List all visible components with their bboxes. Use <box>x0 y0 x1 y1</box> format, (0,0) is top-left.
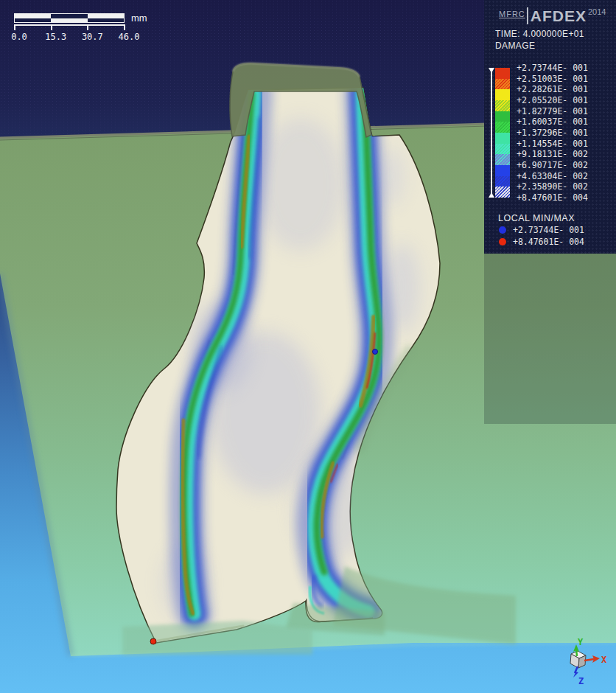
legend-value: +1.82779E- 001 <box>517 106 588 117</box>
scale-tick-label: 15.3 <box>45 32 66 42</box>
scale-tick-label: 30.7 <box>82 32 103 42</box>
legend-value: +2.73744E- 001 <box>517 63 588 74</box>
brand-mfrc: MFRC <box>499 10 525 18</box>
legend-value: +1.37296E- 001 <box>517 128 588 139</box>
legend-min-arrow-icon <box>489 192 494 198</box>
legend-swatch <box>495 68 510 79</box>
z-axis-label: Z <box>578 676 584 686</box>
scale-bar-checker <box>14 13 125 23</box>
legend-value: +9.18131E- 002 <box>517 149 588 160</box>
legend-swatch <box>495 100 510 111</box>
legend-max-arrow-icon <box>489 68 494 73</box>
afdex-viewport[interactable]: Y X Z 0.015.330.746.0 mm MFRCAFDEX2014 T… <box>0 0 616 693</box>
local-max-marker[interactable] <box>373 349 378 355</box>
panel-shadow <box>484 252 616 424</box>
legend-swatch <box>495 122 510 133</box>
legend-value: +2.35890E- 002 <box>517 181 588 192</box>
scale-bar: 0.015.330.746.0 mm <box>14 13 161 45</box>
legend-swatch <box>495 133 510 144</box>
brand-year: 2014 <box>588 7 606 16</box>
scale-tick-label: 0.0 <box>11 32 27 42</box>
time-readout: TIME: 4.000000E+01 <box>495 29 584 39</box>
legend-value: +8.47601E- 004 <box>517 192 588 203</box>
local-minmax-title: LOCAL MIN/MAX <box>498 213 575 223</box>
legend-swatch <box>495 89 510 100</box>
legend-swatch <box>495 144 510 155</box>
legend-swatch <box>495 165 510 176</box>
legend-value: +4.63304E- 002 <box>517 171 588 182</box>
local-min-marker[interactable] <box>150 638 156 644</box>
brand-afdex: AFDEX <box>527 7 587 24</box>
min-dot-icon <box>499 238 506 245</box>
legend-swatch <box>495 111 510 122</box>
legend-value: +2.51003E- 001 <box>517 74 588 85</box>
local-max-value: +2.73744E- 001 <box>513 225 584 235</box>
legend-labels: +2.73744E- 001+2.51003E- 001+2.28261E- 0… <box>517 63 588 203</box>
legend-swatch <box>495 154 510 165</box>
legend-range-guide <box>491 68 492 198</box>
app-logo: MFRCAFDEX2014 <box>499 7 606 25</box>
legend-value: +2.28261E- 001 <box>517 84 588 95</box>
legend-value: +2.05520E- 001 <box>517 95 588 106</box>
y-axis-label: Y <box>578 637 584 647</box>
info-panel: MFRCAFDEX2014 TIME: 4.000000E+01 DAMAGE … <box>484 0 616 254</box>
x-axis-label: X <box>601 655 607 665</box>
legend-swatch <box>495 187 510 198</box>
legend-value: +1.60037E- 001 <box>517 116 588 128</box>
scale-tick-label: 46.0 <box>119 32 140 42</box>
field-readout: DAMAGE <box>495 41 535 51</box>
legend-bar <box>495 68 510 198</box>
legend-value: +1.14554E- 001 <box>517 139 588 150</box>
legend-value: +6.90717E- 002 <box>517 160 588 171</box>
local-max-row: +2.73744E- 001 <box>499 224 584 235</box>
legend-swatch <box>495 79 510 90</box>
local-min-value: +8.47601E- 004 <box>513 237 584 247</box>
max-dot-icon <box>499 226 506 234</box>
legend-swatch <box>495 176 510 187</box>
scale-bar-unit: mm <box>131 13 147 24</box>
local-min-row: +8.47601E- 004 <box>499 236 584 247</box>
